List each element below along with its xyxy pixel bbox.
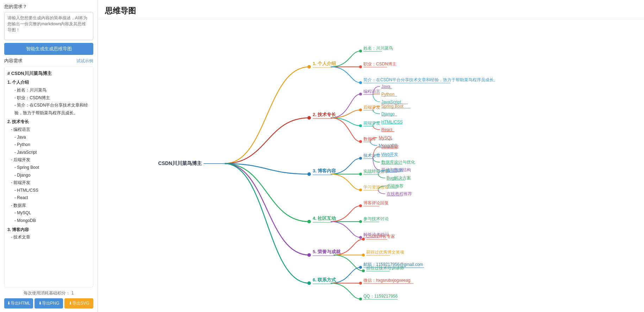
content-line-4: - 职业：CSDN博主 [7, 94, 90, 102]
svg-text:编程语言: 编程语言 [363, 89, 380, 94]
sidebar: 您的需求？ 智能生成生成思维导图 内容需求 试试示例 # CSDN川川菜鸟博主 … [0, 0, 98, 312]
content-line-16: - React [7, 194, 90, 202]
svg-text:职业：CSDN博主: 职业：CSDN博主 [363, 62, 396, 66]
export-svg-button[interactable]: ⬇导出SVG [64, 298, 93, 308]
export-png-button[interactable]: ⬇导出PNG [35, 298, 63, 308]
svg-point-50 [359, 157, 362, 160]
svg-text:2. 技术专长: 2. 技术专长 [313, 112, 336, 117]
svg-text:项目实践: 项目实践 [387, 168, 404, 173]
content-line-3: - 姓名：川川菜鸟 [7, 87, 90, 94]
content-line-20: 3. 博客内容 [7, 226, 90, 234]
svg-text:实战经验分享: 实战经验分享 [363, 169, 389, 174]
content-line-1: # CSDN川川菜鸟博主 [7, 69, 90, 77]
svg-point-78 [359, 204, 362, 207]
svg-text:CSDN川川菜鸟博主: CSDN川川菜鸟博主 [158, 160, 202, 166]
svg-text:数据库: 数据库 [363, 136, 376, 141]
content-line-2: 1. 个人介绍 [7, 79, 90, 87]
content-line-10: - JavaScript [7, 149, 90, 157]
content-line-11: - 后端开发 [7, 156, 90, 164]
svg-point-93 [362, 254, 365, 256]
svg-point-87 [307, 253, 311, 257]
svg-text:微信：hxgsrubxjogxeeag: 微信：hxgsrubxjogxeeag [363, 278, 410, 283]
export-html-button[interactable]: ⬇导出HTML [4, 298, 33, 308]
svg-text:后端开发: 后端开发 [363, 105, 380, 110]
svg-text:Bug解决方案: Bug解决方案 [387, 176, 411, 180]
main-header: 思维导图 [98, 0, 644, 19]
need-label: 您的需求？ [4, 4, 93, 10]
svg-text:5. 荣誉与成就: 5. 荣誉与成就 [313, 249, 341, 254]
content-area: # CSDN川川菜鸟博主 1. 个人介绍 - 姓名：川川菜鸟 - 职业：CSDN… [4, 66, 93, 287]
svg-point-11 [359, 81, 362, 84]
svg-point-108 [359, 298, 362, 300]
export-buttons: ⬇导出HTML ⬇导出PNG ⬇导出SVG [4, 298, 93, 308]
svg-text:Java: Java [381, 84, 390, 89]
svg-point-5 [359, 50, 362, 52]
content-line-7: - 编程语言 [7, 126, 90, 134]
content-line-13: - Django [7, 172, 90, 179]
svg-text:3. 博客内容: 3. 博客内容 [313, 168, 336, 173]
content-line-15: - HTML/CSS [7, 187, 90, 195]
content-line-21: - 技术文章 [7, 234, 90, 241]
content-line-6: 2. 技术专长 [7, 118, 90, 126]
svg-text:邮箱：1159217956@gmail.com: 邮箱：1159217956@gmail.com [363, 262, 423, 267]
svg-text:简介：在CSDN平台分享技术文章和经验，致力于帮助菜鸟程序员: 简介：在CSDN平台分享技术文章和经验，致力于帮助菜鸟程序员成长。 [363, 77, 498, 82]
svg-point-14 [307, 116, 311, 120]
content-line-12: - Spring Boot [7, 164, 90, 172]
svg-text:Spring Boot: Spring Boot [381, 104, 404, 109]
content-header: 内容需求 试试示例 [4, 58, 93, 64]
content-line-17: - 数据库 [7, 202, 90, 210]
svg-point-26 [359, 109, 362, 112]
svg-text:数据库设计与优化: 数据库设计与优化 [381, 160, 415, 165]
svg-text:Java基础: Java基础 [381, 144, 399, 149]
svg-text:MySQL: MySQL [379, 135, 393, 140]
svg-text:Django: Django [381, 112, 395, 116]
content-line-19: - MongoDB [7, 217, 90, 225]
svg-point-61 [359, 173, 362, 176]
svg-text:姓名：川川菜鸟: 姓名：川川菜鸟 [363, 46, 393, 51]
svg-text:学习资源推荐: 学习资源推荐 [363, 185, 389, 190]
content-label: 内容需求 [4, 58, 23, 64]
svg-text:在线教程推荐: 在线教程推荐 [387, 191, 412, 196]
svg-point-40 [359, 140, 362, 143]
content-line-5: - 简介：在CSDN平台分享技术文章和经验，致力于帮助菜鸟程序员成长。 [7, 102, 90, 117]
svg-text:参与技术讨论: 参与技术讨论 [363, 216, 389, 221]
svg-point-75 [307, 220, 311, 223]
svg-text:React: React [381, 127, 393, 132]
svg-text:1. 个人介绍: 1. 个人介绍 [313, 61, 336, 66]
svg-text:QQ：1159217956: QQ：1159217956 [363, 294, 398, 299]
svg-text:Web开发: Web开发 [381, 152, 398, 157]
content-line-18: - MySQL [7, 209, 90, 217]
content-line-9: - Python [7, 141, 90, 149]
example-link[interactable]: 试试示例 [76, 58, 93, 64]
svg-point-81 [359, 220, 362, 223]
content-line-14: - 前端开发 [7, 179, 90, 187]
svg-text:博客评论回复: 博客评论回复 [363, 200, 389, 205]
svg-point-90 [362, 238, 365, 241]
svg-point-102 [359, 266, 362, 269]
credits-label: 每次使用消耗基础积分： [24, 291, 70, 295]
credits-value: 1 [71, 291, 74, 295]
svg-text:前端开发: 前端开发 [363, 121, 380, 126]
mindmap-svg: CSDN川川菜鸟博主1. 个人介绍姓名：川川菜鸟职业：CSDN博主简介：在CSD… [105, 26, 640, 301]
page-title: 思维导图 [105, 6, 637, 16]
svg-text:书籍推荐: 书籍推荐 [387, 184, 404, 189]
credits-info: 每次使用消耗基础积分： 1 [4, 290, 93, 296]
svg-text:CSDN博客专家: CSDN博客专家 [366, 234, 395, 239]
svg-point-8 [359, 65, 362, 68]
content-input[interactable] [4, 12, 93, 40]
svg-text:获得过优秀博文奖项: 获得过优秀博文奖项 [366, 250, 404, 255]
svg-text:技术文章: 技术文章 [363, 153, 380, 158]
mind-map-container[interactable]: CSDN川川菜鸟博主1. 个人介绍姓名：川川菜鸟职业：CSDN博主简介：在CSD… [98, 19, 644, 312]
svg-point-105 [359, 282, 362, 285]
svg-text:Python: Python [381, 92, 394, 97]
generate-button[interactable]: 智能生成生成思维导图 [4, 43, 93, 55]
content-line-8: - Java [7, 134, 90, 141]
svg-point-96 [362, 269, 365, 272]
svg-point-99 [307, 281, 311, 285]
svg-point-2 [307, 65, 311, 69]
svg-point-84 [359, 236, 362, 239]
svg-point-33 [359, 125, 362, 127]
svg-text:4. 社区互动: 4. 社区互动 [313, 216, 336, 221]
svg-text:6. 联系方式: 6. 联系方式 [313, 277, 336, 282]
svg-point-47 [307, 172, 311, 176]
